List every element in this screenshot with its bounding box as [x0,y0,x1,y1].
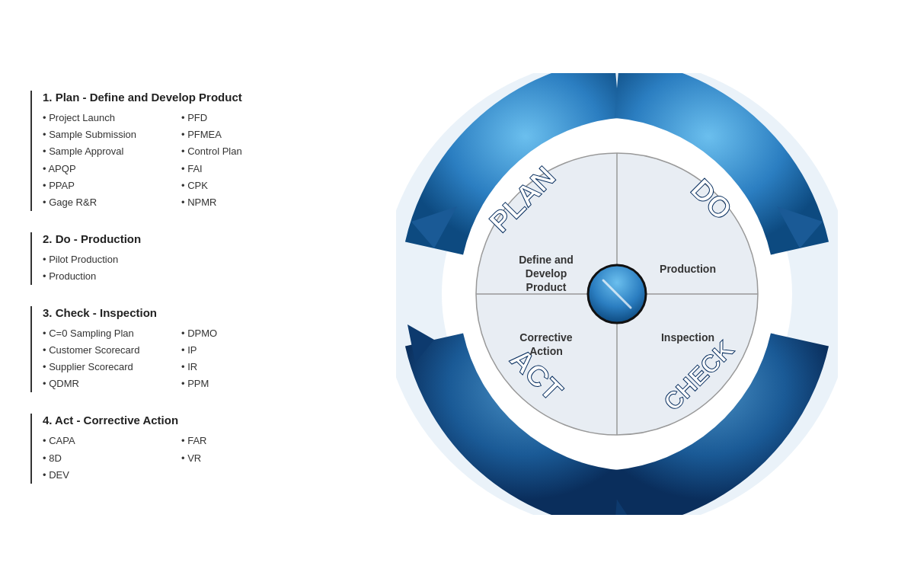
section-3: 3. Check - InspectionC=0 Sampling PlanCu… [30,306,320,392]
section-3-col2-item-3: PPM [181,375,320,392]
svg-text:Production: Production [660,263,716,275]
section-4-col1: CAPA8DDEV [43,433,181,483]
pdca-diagram: PLAN DO CHECK ACT Define and Develop Pro… [396,73,838,515]
section-1-title: 1. Plan - Define and Develop Product [43,91,320,104]
section-3-item-3: QDMR [43,375,181,392]
svg-text:Product: Product [526,281,567,293]
section-1-item-5: Gage R&R [43,194,181,211]
section-1-col2-item-2: Control Plan [181,143,320,160]
section-3-col2-item-2: IR [181,359,320,375]
section-2: 2. Do - ProductionPilot ProductionProduc… [30,232,320,285]
left-panel: 1. Plan - Define and Develop ProductProj… [30,83,320,504]
section-3-item-2: Supplier Scorecard [43,359,181,375]
section-2-item-0: Pilot Production [43,251,320,268]
section-3-col2-item-0: DPMO [181,325,320,342]
pdca-svg: PLAN DO CHECK ACT Define and Develop Pro… [396,73,838,515]
section-4-title: 4. Act - Corrective Action [43,414,320,427]
section-1-item-0: Project Launch [43,110,181,126]
section-3-col2-item-1: IP [181,342,320,359]
section-3-title: 3. Check - Inspection [43,306,320,319]
section-2-col1: Pilot ProductionProduction [43,251,320,285]
section-4-col2-item-1: VR [181,450,320,467]
section-2-title: 2. Do - Production [43,232,320,245]
section-1-items: Project LaunchSample SubmissionSample Ap… [43,110,320,211]
svg-text:Inspection: Inspection [661,331,714,344]
section-4-item-1: 8D [43,450,181,467]
section-3-col2: DPMOIPIRPPM [181,325,320,392]
svg-text:Define and: Define and [519,254,574,266]
section-4-item-0: CAPA [43,433,181,449]
section-1-col2: PFDPFMEAControl PlanFAICPKNPMR [181,110,320,211]
section-2-items: Pilot ProductionProduction [43,251,320,285]
section-2-item-1: Production [43,268,320,285]
section-1-col2-item-1: PFMEA [181,126,320,143]
section-3-item-0: C=0 Sampling Plan [43,325,181,342]
section-1-col1: Project LaunchSample SubmissionSample Ap… [43,110,181,211]
svg-text:Develop: Develop [526,267,567,280]
section-1-col2-item-5: NPMR [181,194,320,211]
section-1-item-3: APQP [43,161,181,177]
right-panel: PLAN DO CHECK ACT Define and Develop Pro… [320,15,914,573]
section-1-col2-item-3: FAI [181,161,320,177]
section-1-item-1: Sample Submission [43,126,181,143]
section-3-col1: C=0 Sampling PlanCustomer ScorecardSuppl… [43,325,181,392]
section-3-item-1: Customer Scorecard [43,342,181,359]
main-container: 1. Plan - Define and Develop ProductProj… [0,0,914,588]
section-4-items: CAPA8DDEVFARVR [43,433,320,483]
section-1-col2-item-4: CPK [181,177,320,194]
svg-text:Action: Action [529,345,563,357]
section-4-col2: FARVR [181,433,320,483]
section-4-col2-item-0: FAR [181,433,320,449]
section-3-items: C=0 Sampling PlanCustomer ScorecardSuppl… [43,325,320,392]
section-1-col2-item-0: PFD [181,110,320,126]
section-1: 1. Plan - Define and Develop ProductProj… [30,91,320,211]
section-1-item-4: PPAP [43,177,181,194]
section-4-item-2: DEV [43,467,181,484]
svg-text:Corrective: Corrective [519,331,572,344]
section-4: 4. Act - Corrective ActionCAPA8DDEVFARVR [30,414,320,483]
section-1-item-2: Sample Approval [43,143,181,160]
